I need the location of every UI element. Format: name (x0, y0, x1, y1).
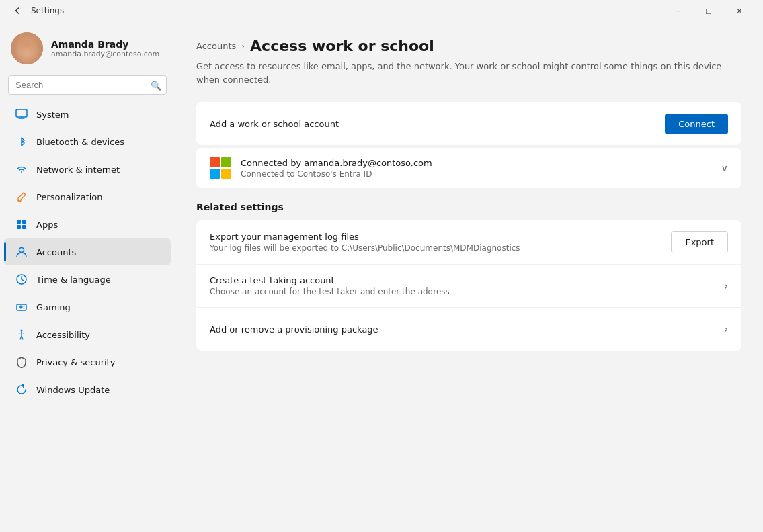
svg-rect-3 (17, 225, 21, 229)
sidebar-item-update[interactable]: Windows Update (4, 376, 171, 403)
test-taking-subtitle: Choose an account for the test taker and… (210, 287, 724, 296)
ms-logo-green (221, 157, 231, 167)
export-logs-subtitle: Your log files will be exported to C:\Us… (210, 243, 671, 253)
monitor-icon (15, 107, 28, 121)
provisioning-row[interactable]: Add or remove a provisioning package › (196, 308, 741, 351)
connected-account-row[interactable]: Connected by amanda.brady@contoso.com Co… (196, 148, 741, 188)
add-account-row: Add a work or school account Connect (196, 102, 741, 145)
svg-point-8 (24, 306, 25, 308)
export-logs-row[interactable]: Export your management log files Your lo… (196, 220, 741, 265)
sidebar-item-label: Accounts (36, 247, 76, 257)
gaming-icon (15, 300, 28, 314)
app-body: Amanda Brady amanda.brady@contoso.com 🔍 … (0, 21, 763, 532)
page-title: Access work or school (250, 38, 434, 54)
sidebar-item-accessibility[interactable]: Accessibility (4, 321, 171, 348)
titlebar: Settings − □ ✕ (0, 0, 763, 21)
chevron-right-icon: › (724, 281, 728, 292)
connected-account-card: Connected by amanda.brady@contoso.com Co… (196, 148, 741, 188)
close-button[interactable]: ✕ (724, 0, 755, 21)
sidebar-item-network[interactable]: Network & internet (4, 156, 171, 183)
user-name: Amanda Brady (51, 39, 159, 50)
brush-icon (15, 190, 28, 204)
connected-account-subtitle: Connected to Contoso's Entra ID (241, 169, 721, 179)
sidebar-item-system[interactable]: System (4, 101, 171, 128)
svg-rect-1 (17, 220, 21, 224)
accessibility-icon (15, 328, 28, 341)
sidebar-item-label: Personalization (36, 192, 103, 202)
sidebar-item-gaming[interactable]: Gaming (4, 294, 171, 320)
test-taking-title: Create a test-taking account (210, 275, 724, 285)
main-content: Accounts › Access work or school Get acc… (175, 21, 763, 532)
sidebar-item-label: Time & language (36, 275, 111, 285)
test-taking-row[interactable]: Create a test-taking account Choose an a… (196, 265, 741, 308)
sidebar-item-bluetooth[interactable]: Bluetooth & devices (4, 128, 171, 155)
export-button[interactable]: Export (671, 231, 728, 253)
breadcrumb-separator: › (241, 42, 245, 51)
sidebar-nav: System Bluetooth & devices (0, 100, 175, 521)
breadcrumb: Accounts › Access work or school (196, 38, 741, 54)
related-settings-card: Export your management log files Your lo… (196, 220, 741, 351)
sidebar-item-label: Accessibility (36, 330, 90, 340)
sidebar-item-label: Privacy & security (36, 357, 115, 367)
bluetooth-icon (15, 135, 28, 148)
provisioning-title: Add or remove a provisioning package (210, 324, 724, 335)
network-icon (15, 163, 28, 176)
sidebar-item-label: System (36, 109, 69, 120)
svg-point-10 (21, 330, 23, 332)
search-icon: 🔍 (151, 80, 161, 90)
ms-logo-yellow (221, 169, 231, 179)
microsoft-logo (210, 157, 231, 179)
connected-account-title: Connected by amanda.brady@contoso.com (241, 158, 721, 168)
export-logs-title: Export your management log files (210, 232, 671, 242)
shield-icon (15, 355, 28, 369)
sidebar-item-label: Bluetooth & devices (36, 137, 124, 147)
sidebar-item-accounts[interactable]: Accounts (4, 238, 171, 265)
minimize-button[interactable]: − (662, 0, 693, 21)
chevron-down-icon: ∨ (721, 163, 728, 173)
user-email: amanda.brady@contoso.com (51, 50, 159, 58)
back-button[interactable] (8, 1, 27, 20)
sidebar-item-personalization[interactable]: Personalization (4, 183, 171, 210)
person-icon (15, 245, 28, 259)
ms-logo-blue (210, 169, 220, 179)
related-settings-title: Related settings (196, 202, 741, 212)
sidebar-item-label: Network & internet (36, 165, 120, 175)
sidebar-item-privacy[interactable]: Privacy & security (4, 349, 171, 375)
connect-button[interactable]: Connect (665, 114, 728, 134)
svg-rect-4 (22, 225, 26, 229)
svg-rect-2 (22, 220, 26, 224)
svg-point-9 (24, 308, 25, 309)
sidebar-item-label: Gaming (36, 302, 71, 312)
apps-icon (15, 218, 28, 231)
svg-point-5 (19, 248, 24, 253)
search-container: 🔍 (8, 75, 167, 95)
add-account-label: Add a work or school account (210, 119, 665, 129)
window-title: Settings (31, 6, 662, 15)
search-input[interactable] (8, 75, 167, 95)
sidebar-item-time[interactable]: Time & language (4, 266, 171, 293)
sidebar-item-apps[interactable]: Apps (4, 211, 171, 238)
window-controls: − □ ✕ (662, 0, 755, 21)
sidebar: Amanda Brady amanda.brady@contoso.com 🔍 … (0, 21, 175, 532)
clock-icon (15, 273, 28, 286)
sidebar-item-label: Apps (36, 220, 58, 230)
user-profile[interactable]: Amanda Brady amanda.brady@contoso.com (0, 21, 175, 73)
sidebar-item-label: Windows Update (36, 385, 110, 395)
ms-logo-red (210, 157, 220, 167)
chevron-right-icon: › (724, 324, 728, 335)
avatar (11, 32, 43, 64)
maximize-button[interactable]: □ (693, 0, 724, 21)
update-icon (15, 383, 28, 396)
breadcrumb-parent[interactable]: Accounts (196, 41, 236, 51)
add-account-card: Add a work or school account Connect (196, 102, 741, 145)
svg-rect-0 (16, 109, 27, 117)
page-description: Get access to resources like email, apps… (196, 60, 741, 86)
